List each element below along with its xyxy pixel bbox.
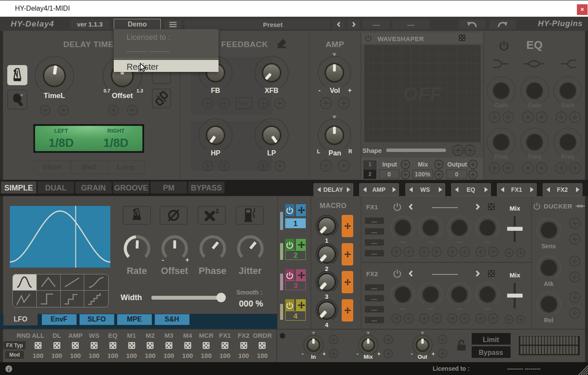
svg-text:2: 2: [216, 208, 219, 214]
svg-text:i: i: [8, 366, 10, 372]
svg-text:OFF: OFF: [403, 83, 442, 104]
